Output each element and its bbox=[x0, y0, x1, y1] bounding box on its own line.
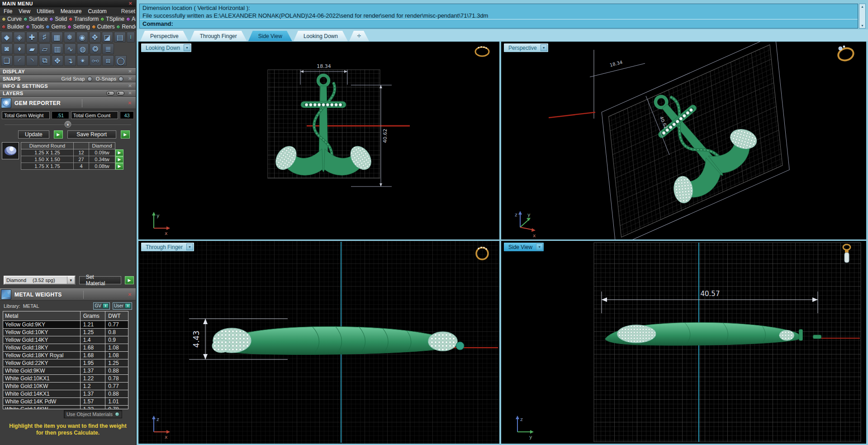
add-tab-button[interactable]: ✛ bbox=[349, 31, 369, 41]
viewport-label-side-view[interactable]: Side View ▼ bbox=[504, 243, 544, 251]
use-object-materials-toggle[interactable]: Use Object Materials bbox=[64, 410, 122, 418]
layers-panel-header[interactable]: LAYERS ✕ bbox=[0, 90, 136, 97]
prong-tool-icon[interactable]: ▰ bbox=[26, 43, 38, 54]
set-material-button[interactable]: Set Material bbox=[79, 276, 121, 284]
viewport-label-perspective[interactable]: Perspective ▼ bbox=[504, 43, 548, 52]
chevron-down-icon[interactable]: ▼ bbox=[186, 244, 193, 250]
gem-thumbnail[interactable] bbox=[2, 142, 19, 159]
o-snaps-toggle[interactable] bbox=[119, 77, 123, 81]
menu-view[interactable]: View bbox=[19, 8, 30, 14]
circle-tool-icon[interactable]: ◯ bbox=[115, 55, 127, 66]
table-row[interactable]: Yellow Gold:22KY1.951.25 bbox=[3, 359, 128, 367]
viewport-through-finger[interactable]: Through Finger ▼ bbox=[138, 241, 499, 444]
scroll-down-icon[interactable]: ▼ bbox=[861, 24, 864, 27]
split-panel-tool-icon[interactable]: ▥ bbox=[52, 43, 63, 54]
move-tool-icon[interactable]: ✥ bbox=[52, 55, 63, 66]
scroll-up-icon[interactable]: ▲ bbox=[861, 5, 864, 8]
collapse-up-icon[interactable]: ▲ bbox=[65, 121, 71, 128]
close-icon[interactable]: ✕ bbox=[127, 91, 133, 96]
update-go-icon[interactable]: ▶ bbox=[54, 130, 63, 139]
layer-lock-toggle[interactable] bbox=[116, 91, 124, 96]
unlink-tool-icon[interactable]: ⧈ bbox=[102, 55, 114, 66]
tab-looking-down[interactable]: Looking Down bbox=[294, 31, 348, 41]
close-icon[interactable]: ✕ bbox=[127, 292, 133, 297]
viewport-looking-down[interactable]: Looking Down ▼ bbox=[138, 42, 499, 239]
update-button[interactable]: Update bbox=[18, 130, 49, 139]
gem-row-go-icon[interactable]: ▶ bbox=[115, 163, 123, 170]
save-report-button[interactable]: Save Report bbox=[67, 130, 116, 139]
tab-perspective[interactable]: Perspective bbox=[140, 31, 189, 41]
close-icon[interactable]: ✕ bbox=[128, 1, 133, 6]
gem-row-go-icon[interactable]: ▶ bbox=[115, 156, 123, 163]
table-row[interactable]: Yellow Gold:9KY1.210.77 bbox=[3, 321, 128, 329]
category-cutters[interactable]: Cutters bbox=[92, 24, 115, 30]
looking-down-canvas[interactable]: 18.34 40.62 y x bbox=[138, 42, 499, 239]
diamond-tool-icon[interactable]: ♦ bbox=[14, 43, 25, 54]
snaps-panel-header[interactable]: SNAPS Grid Snap O-Snaps ✕ bbox=[0, 75, 136, 82]
table-row[interactable]: Yellow Gold:18KY1.681.08 bbox=[3, 344, 128, 352]
halo-tool-icon[interactable]: ❂ bbox=[90, 43, 101, 54]
arc-tool-icon[interactable]: ◜ bbox=[14, 55, 25, 66]
gem-panel-tool-icon[interactable]: ▤ bbox=[114, 32, 126, 43]
menu-file[interactable]: File bbox=[4, 8, 12, 14]
link-tool-icon[interactable]: ⧟ bbox=[90, 55, 101, 66]
gem-scale-tool-icon[interactable]: ✥ bbox=[89, 32, 101, 43]
report-tool-icon[interactable]: ≣ bbox=[102, 43, 114, 54]
set-material-go-icon[interactable]: ▶ bbox=[125, 276, 134, 284]
category-art[interactable]: Art bbox=[126, 16, 136, 22]
gem-drop-tool-icon[interactable]: ◍ bbox=[77, 43, 89, 54]
mirror-tool-icon[interactable]: ⧉ bbox=[39, 55, 51, 66]
gv-toggle[interactable]: GV I bbox=[93, 302, 109, 310]
category-gems[interactable]: Gems bbox=[46, 24, 66, 30]
table-row[interactable]: White Gold:14KX11.370.88 bbox=[3, 390, 128, 398]
tab-through-finger[interactable]: Through Finger bbox=[190, 31, 247, 41]
gem-reporter-header[interactable]: GEM REPORTER ✕ bbox=[0, 97, 136, 109]
layer-visibility-toggle[interactable] bbox=[106, 91, 114, 96]
perspective-canvas[interactable]: 18.34 40.62 z y x bbox=[501, 42, 866, 239]
save-report-go-icon[interactable]: ▶ bbox=[121, 130, 130, 139]
gem-cluster-tool-icon[interactable]: ❅ bbox=[64, 32, 76, 43]
gem-row[interactable]: 1.75 X 1.754 0.08tw ▶ bbox=[21, 163, 124, 170]
table-row[interactable]: White Gold:14K PdW1.571.01 bbox=[3, 398, 128, 406]
command-area[interactable]: Dimension location ( Vertical Horizontal… bbox=[139, 4, 858, 29]
viewport-perspective[interactable]: Perspective ▼ bbox=[501, 42, 866, 239]
gem-curve-tool-icon[interactable]: ◈ bbox=[14, 32, 25, 43]
info-settings-panel-header[interactable]: INFO & SETTINGS ✕ bbox=[0, 82, 136, 90]
table-row[interactable]: Yellow Gold:10KY1.250.8 bbox=[3, 329, 128, 336]
chevron-down-icon[interactable]: ▼ bbox=[184, 44, 190, 51]
close-icon[interactable]: ✕ bbox=[127, 69, 133, 74]
category-tools[interactable]: Tools bbox=[26, 24, 44, 30]
gem-add-tool-icon[interactable]: ✚ bbox=[26, 32, 38, 43]
gem-pattern-tool-icon[interactable]: ▦ bbox=[51, 32, 63, 43]
gem-tool-icon[interactable]: ◆ bbox=[1, 32, 13, 43]
chevron-down-icon[interactable]: ▼ bbox=[541, 44, 547, 51]
viewport-side-view[interactable]: Side View ▼ 40 bbox=[501, 241, 866, 444]
gem-balloon-tool-icon[interactable]: ◉ bbox=[76, 32, 88, 43]
gem-row[interactable]: 1.50 X 1.5027 0.34tw ▶ bbox=[21, 156, 124, 163]
category-transform[interactable]: Transform bbox=[69, 16, 99, 22]
category-solid[interactable]: Solid bbox=[49, 16, 67, 22]
arc-dashed-tool-icon[interactable]: ◝ bbox=[26, 55, 38, 66]
close-icon[interactable]: ✕ bbox=[127, 77, 133, 81]
rotate-tool-icon[interactable]: ↴ bbox=[64, 55, 76, 66]
command-prompt[interactable]: Command: bbox=[140, 19, 858, 28]
through-finger-canvas[interactable]: 4.43 z x bbox=[138, 241, 499, 444]
close-icon[interactable]: ✕ bbox=[127, 84, 133, 88]
gv-toggle-icon[interactable]: I bbox=[103, 303, 109, 308]
chevron-down-icon[interactable]: ▼ bbox=[67, 277, 75, 284]
cubes-tool-icon[interactable]: ❏ bbox=[1, 55, 13, 66]
tab-side-view[interactable]: Side View bbox=[248, 31, 292, 41]
chevron-down-icon[interactable]: ▼ bbox=[536, 244, 543, 250]
reset-button[interactable]: Reset bbox=[119, 8, 137, 14]
menu-utilities[interactable]: Utilities bbox=[37, 8, 54, 14]
gem-row[interactable]: 1.25 X 1.2512 0.09tw ▶ bbox=[21, 149, 124, 156]
viewport-label-looking-down[interactable]: Looking Down ▼ bbox=[141, 43, 191, 52]
table-row[interactable]: White Gold:10KX11.220.78 bbox=[3, 375, 128, 383]
category-curve[interactable]: Curve bbox=[2, 16, 22, 22]
table-row[interactable]: White Gold:9KW1.370.88 bbox=[3, 367, 128, 375]
table-row[interactable]: White Gold:10KW1.20.77 bbox=[3, 383, 128, 390]
user-toggle-icon[interactable]: I bbox=[125, 303, 131, 308]
table-row[interactable]: White Gold:14KW1.320.78 bbox=[3, 406, 128, 409]
curve-swap-tool-icon[interactable]: ∿ bbox=[64, 43, 76, 54]
command-scrollbar[interactable]: ▲ ▼ bbox=[859, 4, 866, 29]
